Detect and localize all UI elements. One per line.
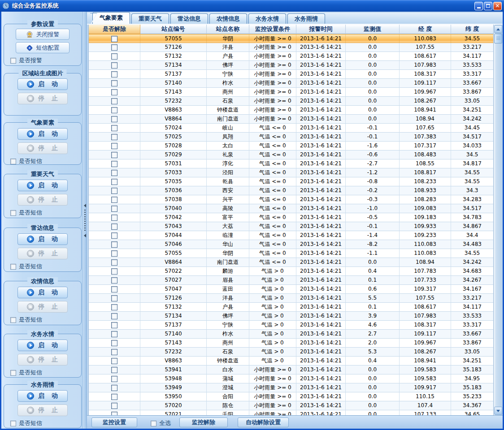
row-release-checkbox[interactable]: [111, 340, 117, 346]
column-header-3[interactable]: 监控设置条件: [249, 25, 296, 34]
column-header-7[interactable]: 纬 度: [451, 25, 494, 34]
monitor-release-button[interactable]: 监控解除: [179, 417, 228, 427]
table-row[interactable]: 57126洋县气温 > 02013-1-6 14:215.5107.5533.2…: [89, 294, 493, 303]
checkbox-important-weather[interactable]: [10, 210, 16, 216]
table-row[interactable]: 57140柞水气温 > 02013-1-6 14:212.7109.11733.…: [89, 330, 493, 339]
table-row[interactable]: 57055华阴气温 <= 02013-1-6 14:21-1.1110.0833…: [89, 249, 493, 258]
stop-button-water-level[interactable]: 停 止: [17, 354, 68, 366]
table-row[interactable]: 57232石泉气温 > 02013-1-6 14:215.3108.26733.…: [89, 348, 493, 357]
row-release-checkbox[interactable]: [111, 89, 117, 95]
stop-button-weather-elements[interactable]: 停 止: [17, 142, 68, 154]
row-release-checkbox[interactable]: [111, 44, 117, 51]
table-row[interactable]: 57232石泉小时雨量 >= 02013-1-6 14:210.0108.267…: [89, 97, 493, 106]
auto-release-set-button[interactable]: 自动解除设置: [238, 417, 289, 427]
row-release-checkbox[interactable]: [111, 71, 117, 77]
table-row[interactable]: V8864南门盘道气温 <= 02013-1-6 14:210.0108.943…: [89, 258, 493, 267]
collapse-left-icon[interactable]: [84, 204, 86, 207]
row-release-checkbox[interactable]: [111, 241, 117, 248]
table-row[interactable]: 57031淳化气温 <= 02013-1-6 14:21-2.7108.5534…: [89, 159, 493, 168]
select-all-checkbox[interactable]: [151, 421, 156, 426]
column-header-6[interactable]: 经 度: [400, 25, 451, 34]
row-release-checkbox[interactable]: [111, 116, 117, 122]
scrollbar-thumb[interactable]: [494, 34, 502, 43]
row-release-checkbox[interactable]: [111, 188, 117, 194]
row-release-checkbox[interactable]: [111, 295, 117, 301]
start-button-agri-info[interactable]: 启 动: [17, 287, 68, 298]
checkbox-row-water-rain[interactable]: 是否短信: [10, 419, 81, 427]
table-row[interactable]: 57027眉县气温 > 02013-1-6 14:210.1107.73334.…: [89, 276, 493, 285]
close-alarm-button[interactable]: 关闭报警: [16, 29, 70, 40]
table-row[interactable]: 57134佛坪气温 > 02013-1-6 14:213.9107.98333.…: [89, 312, 493, 321]
start-button-radar-info[interactable]: 启 动: [17, 233, 68, 245]
row-release-checkbox[interactable]: [111, 53, 117, 60]
column-header-5[interactable]: 监测值: [346, 25, 400, 34]
row-release-checkbox[interactable]: [111, 403, 117, 409]
minimize-button[interactable]: [474, 2, 483, 10]
row-release-checkbox[interactable]: [111, 412, 117, 416]
row-release-checkbox[interactable]: [111, 206, 117, 212]
vertical-scrollbar[interactable]: [493, 25, 503, 415]
checkbox-row-important-weather[interactable]: 是否短信: [10, 209, 81, 217]
checkbox-row-weather-elements[interactable]: 是否短信: [10, 157, 81, 165]
table-row[interactable]: 57038兴平气温 <= 02013-1-6 14:21-0.3108.2833…: [89, 195, 493, 204]
table-row[interactable]: 57021千阳小时雨量 >= 02013-1-6 14:210.0107.133…: [89, 410, 493, 415]
table-row[interactable]: 57036西安气温 <= 02013-1-6 14:21-0.2108.9333…: [89, 186, 493, 195]
table-row[interactable]: 53949澄城小时雨量 >= 02013-1-6 14:210.0109.917…: [89, 383, 493, 392]
stop-button-agri-info[interactable]: 停 止: [17, 301, 68, 313]
row-release-checkbox[interactable]: [111, 161, 117, 167]
tab-water-rain[interactable]: 水务雨情: [287, 13, 325, 24]
select-all-checkbox-row[interactable]: 全选: [151, 419, 171, 427]
table-row[interactable]: 53941白水小时雨量 >= 02013-1-6 14:210.0109.583…: [89, 366, 493, 374]
sms-config-button[interactable]: 短信配置: [16, 42, 70, 53]
start-button-important-weather[interactable]: 启 动: [17, 180, 68, 191]
row-release-checkbox[interactable]: [111, 197, 117, 203]
checkbox-water-level[interactable]: [10, 370, 16, 376]
checkbox-row-radar-info[interactable]: 是否短信: [10, 262, 81, 271]
row-release-checkbox[interactable]: [111, 134, 117, 140]
row-release-checkbox[interactable]: [111, 268, 117, 275]
row-release-checkbox[interactable]: [111, 304, 117, 310]
stop-button-radar-info[interactable]: 停 止: [17, 248, 68, 259]
row-release-checkbox[interactable]: [111, 367, 117, 373]
checkbox-radar-info[interactable]: [10, 264, 16, 270]
table-row[interactable]: 57029礼泉气温 <= 02013-1-6 14:21-0.6108.4833…: [89, 150, 493, 159]
table-row[interactable]: 57035乾县气温 <= 02013-1-6 14:21-0.8108.2333…: [89, 177, 493, 186]
row-release-checkbox[interactable]: [111, 36, 117, 42]
table-row[interactable]: 57024岐山气温 <= 02013-1-6 14:21-0.1107.6534…: [89, 124, 493, 133]
checkbox-params-settings[interactable]: [10, 58, 16, 64]
tab-agri-info[interactable]: 农情信息: [209, 13, 247, 24]
stop-button-region-image[interactable]: 停 止: [17, 93, 68, 104]
row-release-checkbox[interactable]: [111, 385, 117, 391]
column-header-0[interactable]: 是否解除: [89, 25, 140, 34]
stop-button-important-weather[interactable]: 停 止: [17, 194, 68, 206]
row-release-checkbox[interactable]: [111, 179, 117, 185]
table-row[interactable]: 57143商州气温 > 02013-1-6 14:212.0109.96733.…: [89, 339, 493, 348]
table-row[interactable]: 57022麟游气温 > 02013-1-6 14:210.4107.78334.…: [89, 267, 493, 276]
row-release-checkbox[interactable]: [111, 250, 117, 257]
table-row[interactable]: 57025凤翔气温 <= 02013-1-6 14:21-0.1107.3833…: [89, 133, 493, 142]
row-release-checkbox[interactable]: [111, 286, 117, 292]
table-row[interactable]: V8863钟楼盘道小时雨量 >= 02013-1-6 14:210.0108.9…: [89, 106, 493, 115]
table-row[interactable]: 57044临潼气温 <= 02013-1-6 14:21-1.4109.2333…: [89, 231, 493, 240]
checkbox-row-water-level[interactable]: 是否短信: [10, 369, 81, 377]
table-row[interactable]: 57134佛坪小时雨量 >= 02013-1-6 14:210.0107.983…: [89, 61, 493, 70]
row-release-checkbox[interactable]: [111, 358, 117, 364]
table-row[interactable]: 57137宁陕气温 > 02013-1-6 14:214.6108.31733.…: [89, 321, 493, 330]
close-button[interactable]: ✕: [493, 2, 502, 10]
scroll-up-button[interactable]: [494, 25, 502, 33]
checkbox-agri-info[interactable]: [10, 317, 16, 323]
row-release-checkbox[interactable]: [111, 125, 117, 131]
table-row[interactable]: 53950合阳小时雨量 >= 02013-1-6 14:210.0110.153…: [89, 392, 493, 401]
row-release-checkbox[interactable]: [111, 215, 117, 221]
scroll-down-button[interactable]: [494, 407, 502, 415]
table-row[interactable]: 57137宁陕小时雨量 >= 02013-1-6 14:210.0108.317…: [89, 70, 493, 79]
stop-button-water-rain[interactable]: 停 止: [17, 404, 68, 416]
title-bar[interactable]: 综合业务监控系统 ✕: [0, 0, 504, 12]
table-row[interactable]: 57020陈仓小时雨量 >= 02013-1-6 14:210.0107.434…: [89, 401, 493, 410]
row-release-checkbox[interactable]: [111, 322, 117, 328]
start-button-weather-elements[interactable]: 启 动: [17, 128, 68, 140]
row-release-checkbox[interactable]: [111, 313, 117, 319]
row-release-checkbox[interactable]: [111, 143, 117, 149]
tab-important-weather[interactable]: 重要天气: [131, 13, 169, 24]
start-button-region-image[interactable]: 启 动: [17, 78, 68, 90]
